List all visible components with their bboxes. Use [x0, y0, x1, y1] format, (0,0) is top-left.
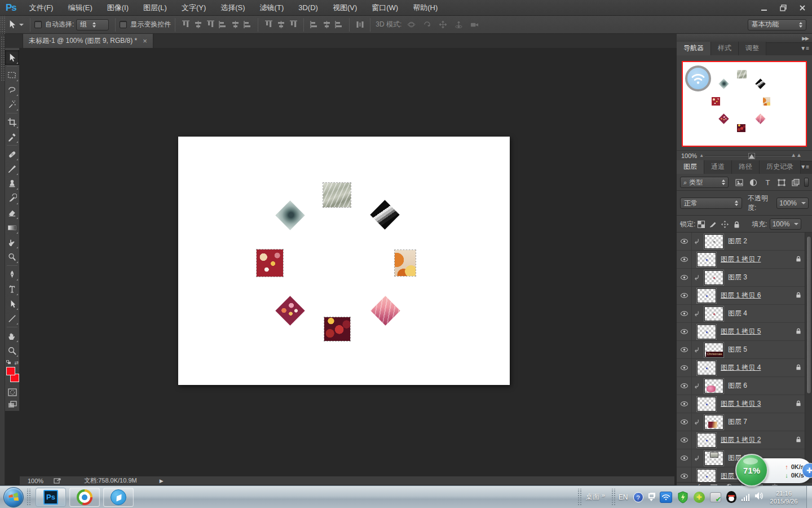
auto-select-target-dropdown[interactable]: 组 [76, 19, 109, 30]
layer-visibility-eye-icon[interactable] [677, 467, 692, 483]
navigator-panel-menu-icon[interactable]: ▼≡ [800, 45, 809, 51]
3d-slide-icon[interactable] [452, 19, 465, 30]
layers-tab-1[interactable]: 通道 [704, 160, 732, 174]
help-tray-icon[interactable]: ? [633, 492, 643, 502]
options-bar-grip[interactable] [0, 16, 5, 34]
current-tool-preset[interactable] [5, 20, 26, 29]
layer-row-图层 4[interactable]: 图层 4 [677, 305, 812, 323]
lock-pixels-icon[interactable] [709, 221, 717, 228]
layer-thumbnail[interactable] [704, 306, 723, 321]
filter-type-layers-icon[interactable]: T [762, 178, 773, 187]
navigator-zoom-value[interactable]: 100% [681, 152, 697, 159]
3d-pan-icon[interactable] [436, 19, 449, 30]
network-tray-icon[interactable] [660, 492, 672, 503]
layer-visibility-eye-icon[interactable] [677, 305, 692, 323]
start-button[interactable] [3, 487, 24, 507]
menu-item-3[interactable]: 图层(L) [136, 0, 174, 16]
auto-select-checkbox[interactable] [34, 21, 42, 28]
move-tool[interactable] [5, 50, 19, 65]
layer-row-图层 1 拷贝 4[interactable]: 图层 1 拷贝 4 [677, 359, 812, 377]
magic-wand-tool[interactable] [5, 97, 19, 112]
navigator-zoom-slider[interactable]: ▲ ▲▲ [705, 153, 793, 159]
safebox-tray-icon[interactable] [710, 492, 721, 502]
layer-name[interactable]: 图层 1 拷贝 3 [721, 399, 761, 409]
volume-tray-icon[interactable] [754, 492, 764, 502]
layer-thumbnail[interactable] [704, 270, 723, 285]
memory-percent-ball[interactable]: 71% [735, 454, 768, 487]
distribute-spacing-icon[interactable] [354, 19, 366, 30]
taskbar-clock[interactable]: 21:16 2015/9/26 [767, 489, 801, 505]
menu-item-10[interactable]: 帮助(H) [405, 0, 445, 16]
lasso-tool[interactable] [5, 82, 19, 97]
menu-item-2[interactable]: 图像(I) [100, 0, 136, 16]
restore-button[interactable] [774, 2, 793, 14]
layer-filter-dropdown[interactable]: ⌕ 类型 [680, 177, 729, 188]
filter-shape-layers-icon[interactable] [776, 178, 787, 187]
layer-name[interactable]: 图层 7 [728, 417, 747, 427]
fill-value-dropdown[interactable]: 100% [770, 218, 802, 230]
layer-row-图层 1 拷贝 5[interactable]: 图层 1 拷贝 5 [677, 323, 812, 341]
filter-adjustment-layers-icon[interactable] [748, 178, 758, 187]
history-brush-tool[interactable] [5, 191, 19, 205]
layer-thumbnail[interactable] [697, 397, 716, 411]
hand-tool[interactable] [5, 329, 19, 343]
smudge-tool[interactable] [5, 235, 19, 249]
layer-visibility-eye-icon[interactable] [677, 359, 692, 377]
layer-name[interactable]: 图层 1 拷贝 2 [721, 435, 761, 445]
zoom-slider-thumb[interactable] [749, 154, 754, 159]
lock-all-icon[interactable] [733, 221, 740, 228]
tray-grip[interactable] [611, 489, 616, 506]
menu-item-8[interactable]: 视图(V) [325, 0, 364, 16]
blend-mode-dropdown[interactable]: 正常 [680, 198, 742, 209]
taskbar-app-photoshop[interactable]: Ps [36, 488, 66, 507]
type-tool[interactable] [5, 282, 19, 296]
filter-on-off-switch[interactable] [804, 178, 809, 187]
layer-row-图层 1 拷贝 7[interactable]: 图层 1 拷贝 7 [677, 251, 812, 269]
language-indicator[interactable]: EN [619, 493, 628, 501]
taskbar-app-qq-browser[interactable] [69, 488, 100, 507]
crop-tool[interactable] [5, 115, 19, 129]
layer-row-图层 1 拷贝 2[interactable]: 图层 1 拷贝 2 [677, 431, 812, 449]
swap-colors-icon[interactable]: ⇄ [14, 360, 19, 366]
layer-visibility-eye-icon[interactable] [677, 233, 692, 251]
canvas-image-gray-green-3d-blocks-photo[interactable] [323, 183, 351, 207]
path-select-tool[interactable] [5, 296, 19, 311]
qq-tray-icon[interactable] [726, 491, 736, 503]
layer-row-图层 7[interactable]: 图层 7 [677, 413, 812, 431]
foreground-color-swatch[interactable] [6, 367, 15, 375]
document-close-icon[interactable]: × [143, 37, 147, 45]
zoom-out-icon[interactable]: ▲ [699, 153, 704, 158]
3d-roll-icon[interactable] [421, 19, 433, 30]
taskbar-app-compass-browser[interactable] [103, 488, 134, 507]
line-tool[interactable] [5, 311, 19, 326]
layer-visibility-eye-icon[interactable] [677, 323, 692, 341]
speed-ball-widget[interactable]: ↑0K/s ↓0K/s 71% [735, 454, 812, 487]
layer-visibility-eye-icon[interactable] [677, 377, 692, 395]
align-bottom-edges-icon[interactable] [204, 19, 217, 30]
healing-brush-tool[interactable] [5, 147, 19, 161]
show-hidden-icons[interactable] [648, 493, 655, 501]
canvas-area[interactable] [20, 48, 674, 476]
lock-position-icon[interactable] [721, 221, 729, 228]
layers-scrollbar[interactable] [805, 233, 812, 482]
layer-thumbnail[interactable] [697, 361, 716, 375]
clone-stamp-tool[interactable] [5, 176, 19, 191]
layer-thumbnail[interactable] [697, 325, 716, 339]
menu-item-0[interactable]: 文件(F) [22, 0, 61, 16]
screen-mode-button[interactable] [5, 398, 19, 411]
layer-visibility-eye-icon[interactable] [677, 413, 692, 431]
menu-item-9[interactable]: 窗口(W) [364, 0, 405, 16]
show-desktop-button[interactable] [806, 486, 812, 508]
zoom-tool[interactable] [5, 343, 19, 358]
layer-name[interactable]: 图层 5 [728, 345, 747, 354]
layer-thumbnail[interactable] [697, 433, 716, 448]
antivirus-tray-icon[interactable] [694, 492, 705, 503]
distribute-right-edges-icon[interactable] [333, 19, 345, 30]
align-horizontal-centers-icon[interactable] [229, 19, 241, 30]
layer-name[interactable]: 图层 3 [728, 273, 747, 282]
canvas-image-tan-orange-abstract-photo[interactable] [395, 250, 416, 276]
canvas-image-dark-red-lanterns-photo[interactable] [324, 317, 350, 341]
filter-pixel-layers-icon[interactable] [734, 178, 744, 187]
dodge-tool[interactable] [5, 249, 19, 264]
menu-item-1[interactable]: 编辑(E) [60, 0, 99, 16]
